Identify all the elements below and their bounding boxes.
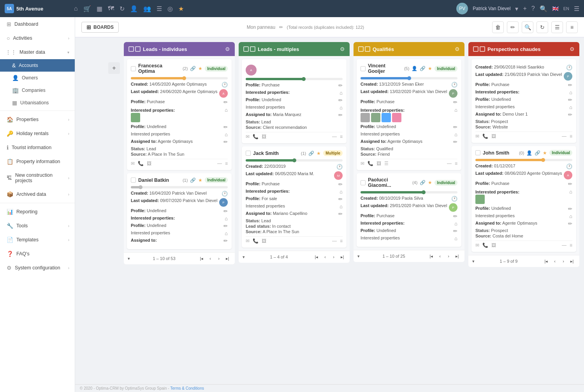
collapse-icon-jack[interactable]: —	[332, 238, 337, 244]
cart-icon[interactable]: 🛒	[83, 5, 91, 12]
edit2-paolucci[interactable]: ✏	[453, 228, 457, 234]
view-button[interactable]: ☰	[551, 21, 563, 33]
edit-icon-francesca[interactable]: ✏	[223, 99, 228, 105]
card-link-icon-francesca[interactable]: 🔗	[190, 66, 196, 71]
hamburger-icon[interactable]: ☰	[574, 5, 579, 12]
col-checkbox-3a[interactable]	[358, 46, 364, 52]
edit2-icon-francesca[interactable]: ✏	[223, 124, 228, 130]
card-checkbox-daniel[interactable]	[131, 178, 136, 183]
phone-icon-hp1[interactable]: 📞	[482, 134, 488, 139]
home-icon-jack[interactable]: ⌂	[339, 189, 343, 195]
progress-thumb-daniel[interactable]	[139, 185, 142, 189]
edit2-vincent[interactable]: ✏	[453, 124, 457, 130]
page-prev-2[interactable]: ‹	[322, 253, 329, 260]
target-icon[interactable]: ◎	[167, 5, 173, 12]
add-column-button[interactable]: +	[108, 62, 120, 74]
edit2-icon-daniel[interactable]: ✏	[223, 223, 228, 229]
home-icon-john[interactable]: ⌂	[569, 189, 572, 195]
edit-jack[interactable]: ✏	[338, 181, 343, 187]
pagination-arrow-down-3[interactable]: ▾	[357, 254, 360, 259]
assigned-edit-vincent[interactable]: ✏	[453, 139, 457, 145]
page-next-1[interactable]: ›	[215, 255, 222, 262]
card-link-icon-john[interactable]: 🔗	[535, 150, 540, 156]
sidebar-item-activities[interactable]: ○ Activities ›	[0, 31, 75, 45]
card-link-icon-paolucci[interactable]: 🔗	[420, 180, 426, 185]
home-icon-paolucci[interactable]: ⌂	[454, 221, 457, 227]
progress-thumb-john[interactable]	[541, 158, 545, 162]
photo-icon-francesca[interactable]: 🖼	[147, 161, 151, 166]
menu-icon-vincent[interactable]: ≡	[455, 161, 457, 166]
page-last-3[interactable]: ▸|	[454, 253, 461, 260]
edit-button[interactable]: ✏	[507, 21, 519, 33]
sidebar-item-faqs[interactable]: ❓ FAQ's	[0, 247, 75, 261]
page-last-2[interactable]: ▸|	[339, 253, 346, 260]
email-icon-vincent[interactable]: ✉	[361, 161, 364, 166]
sidebar-item-archived-data[interactable]: 📦 Archived data ›	[0, 187, 75, 201]
terms-link[interactable]: Terms & Conditions	[170, 386, 204, 390]
star-icon[interactable]: ★	[178, 5, 184, 12]
photo-icon-hp1[interactable]: 🖼	[491, 134, 496, 139]
search-toolbar-button[interactable]: 🔍	[522, 21, 533, 33]
card-star-jack[interactable]: ★	[317, 151, 321, 156]
home2-icon-paolucci[interactable]: ⌂	[454, 236, 457, 241]
menu-icon-francesca[interactable]: ≡	[225, 161, 228, 166]
progress-thumb-paolucci[interactable]	[422, 190, 426, 194]
card-star-paolucci[interactable]: ★	[428, 180, 432, 185]
col-checkbox-2b[interactable]	[250, 46, 255, 52]
page-last-1[interactable]: ▸|	[224, 255, 231, 262]
refresh-icon[interactable]: ↻	[120, 5, 125, 12]
home2-icon-hp1[interactable]: ⌂	[569, 104, 572, 110]
card-star-john[interactable]: ★	[543, 150, 547, 156]
photo-icon-vincent[interactable]: 🖼	[376, 161, 381, 166]
phone-icon-vincent[interactable]: 📞	[368, 161, 373, 166]
app-logo[interactable]: 5A 5th Avenue	[5, 4, 71, 13]
home-icon-vincent[interactable]: ⌂	[454, 107, 457, 113]
edit-paolucci[interactable]: ✏	[453, 213, 457, 219]
phone-icon-francesca[interactable]: 📞	[138, 161, 144, 166]
edit-title-icon[interactable]: ✏	[279, 25, 283, 30]
home-icon-francesca[interactable]: ⌂	[225, 107, 228, 113]
col-checkbox-1a[interactable]	[128, 46, 134, 52]
edit-lm1[interactable]: ✏	[338, 83, 343, 88]
page-first-1[interactable]: |◂	[198, 255, 205, 262]
card-star-vincent[interactable]: ★	[428, 66, 432, 71]
progress-thumb-lm1[interactable]	[302, 77, 306, 81]
page-prev-3[interactable]: ‹	[436, 253, 443, 260]
menu-icon-hp1[interactable]: ≡	[570, 134, 572, 139]
assigned-edit-hp1[interactable]: ✏	[568, 112, 572, 118]
sidebar-item-property-info[interactable]: 📋 Property information	[0, 155, 75, 169]
home2-icon-daniel[interactable]: ⌂	[225, 230, 228, 236]
col-checkbox-2a[interactable]	[243, 46, 249, 52]
col-checkbox-1b[interactable]	[135, 46, 141, 52]
email-icon-john[interactable]: ✉	[475, 243, 479, 248]
collapse-icon-lm1[interactable]: —	[332, 134, 337, 139]
col-checkbox-4b[interactable]	[480, 46, 485, 52]
more-button[interactable]: ≡	[566, 21, 578, 33]
col-gear-leads-individuals[interactable]: ⚙	[225, 46, 230, 52]
card-star-daniel[interactable]: ★	[198, 178, 202, 183]
group-icon[interactable]: 👥	[143, 5, 151, 12]
assigned-edit-daniel[interactable]: ✏	[223, 238, 228, 244]
assigned-edit-jack[interactable]: ✏	[338, 211, 343, 217]
sidebar-item-companies[interactable]: 🏢 Companies	[0, 84, 75, 97]
collapse-icon-vincent[interactable]: —	[447, 161, 452, 166]
home2-icon-lm1[interactable]: ⌂	[339, 105, 343, 111]
edit2-lm1[interactable]: ✏	[338, 97, 343, 103]
home2-icon-francesca[interactable]: ⌂	[225, 132, 228, 137]
list-icon-vincent[interactable]: ☰	[384, 161, 389, 166]
page-first-4[interactable]: |◂	[543, 258, 550, 265]
phone-icon-jack[interactable]: 📞	[253, 238, 259, 244]
help-icon[interactable]: ?	[531, 5, 535, 12]
menu-icon-jack[interactable]: ≡	[340, 238, 343, 244]
sidebar-item-master-data[interactable]: ⋮⋮ Master data ▾	[0, 45, 75, 59]
edit-vincent[interactable]: ✏	[453, 99, 457, 105]
col-gear-perspectives[interactable]: ⚙	[570, 46, 575, 52]
card-checkbox-jack[interactable]	[246, 151, 251, 156]
search-icon[interactable]: 🔍	[540, 5, 547, 12]
home2-icon-vincent[interactable]: ⌂	[454, 132, 457, 137]
edit2-hp1[interactable]: ✏	[568, 97, 572, 103]
page-prev-1[interactable]: ‹	[207, 255, 214, 262]
menu-icon-lm1[interactable]: ≡	[340, 134, 343, 139]
sidebar-item-dashboard[interactable]: ⊞ Dashboard	[0, 17, 75, 31]
collapse-icon-hp1[interactable]: —	[562, 134, 566, 139]
